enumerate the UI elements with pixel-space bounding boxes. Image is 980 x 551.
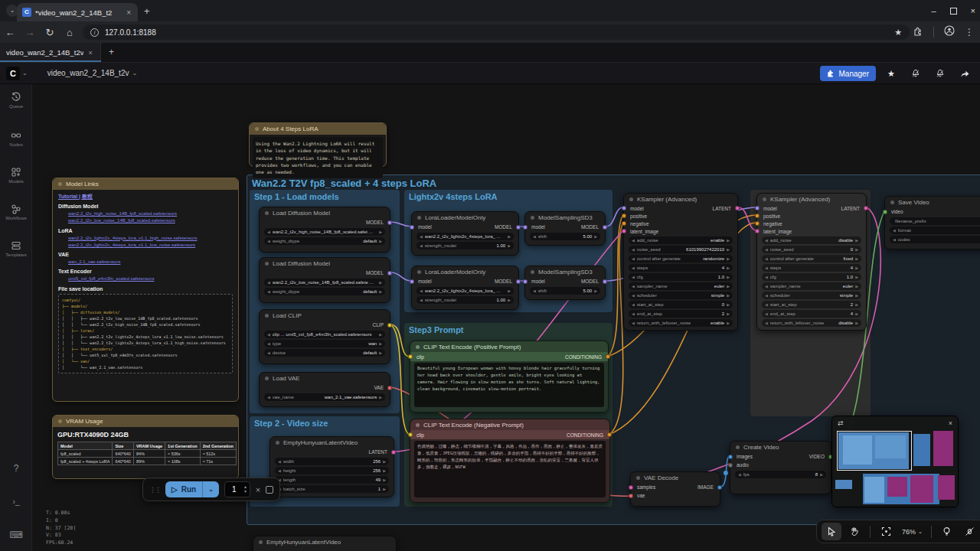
conditioning-output-port[interactable] — [607, 432, 612, 437]
prev-arrow-icon[interactable]: ◀ — [420, 298, 423, 302]
prev-arrow-icon[interactable]: ◀ — [267, 280, 270, 285]
conditioning-output-port[interactable] — [606, 354, 610, 359]
latent-output-port[interactable] — [735, 206, 740, 210]
widget-shift[interactable]: ◀shift5.00▶ — [530, 287, 600, 295]
next-arrow-icon[interactable]: ▶ — [855, 302, 858, 307]
widget-fps[interactable]: ◀fps8▶ — [735, 471, 826, 478]
next-arrow-icon[interactable]: ▶ — [727, 256, 730, 261]
logo-menu-caret-icon[interactable]: ⌄ — [22, 70, 28, 77]
widget-type[interactable]: ◀typewan▶ — [264, 340, 385, 347]
widget-cfg[interactable]: ◀cfg1.0▶ — [762, 273, 861, 281]
next-arrow-icon[interactable]: ▶ — [727, 284, 730, 289]
model-output-port[interactable] — [387, 220, 392, 225]
prev-arrow-icon[interactable]: ◀ — [267, 239, 270, 243]
next-arrow-icon[interactable]: ▶ — [508, 289, 511, 293]
model-link[interactable]: wan2.2_t2v_high_noise_14B_fp8_scaled.saf… — [68, 210, 233, 217]
next-arrow-icon[interactable]: ▶ — [727, 302, 730, 307]
node-empty-hunyuan-latent-video-2[interactable]: EmptyHunyuanLatentVideo — [253, 536, 397, 551]
model-input-port[interactable] — [755, 206, 760, 210]
latent-output-port[interactable] — [391, 450, 396, 455]
clip-output-port[interactable] — [387, 323, 392, 328]
model-input-port[interactable] — [410, 225, 414, 230]
run-options-caret-icon[interactable]: ⌄ — [203, 486, 219, 493]
audio-input-port[interactable] — [728, 463, 733, 468]
widget-steps[interactable]: ◀steps4▶ — [629, 264, 733, 272]
prev-arrow-icon[interactable]: ◀ — [420, 234, 423, 239]
prev-arrow-icon[interactable]: ◀ — [765, 238, 768, 243]
clip-input-port[interactable] — [408, 432, 413, 437]
prev-arrow-icon[interactable]: ◀ — [267, 341, 270, 346]
prev-arrow-icon[interactable]: ◀ — [765, 284, 768, 289]
next-arrow-icon[interactable]: ▶ — [855, 256, 858, 261]
widget-device[interactable]: ◀devicedefault▶ — [264, 349, 385, 357]
widget-control-after-generate[interactable]: ◀control after generatefixed▶ — [762, 255, 861, 262]
workflow-tab[interactable]: video_wan2_2_14B_t2v × — [0, 43, 101, 62]
widget-noise-seed[interactable]: ◀noise_seed0▶ — [762, 246, 861, 253]
widget-unet-name[interactable]: ◀wan2.2_t2v_low_noise_14B_fp8_scaled.saf… — [264, 279, 385, 286]
node-vae-decode[interactable]: VAE Decode samplesIMAGE vae — [630, 471, 720, 507]
widget-end-at-step[interactable]: ◀end_at_step2▶ — [629, 310, 733, 318]
close-button[interactable]: × — [971, 6, 975, 15]
next-arrow-icon[interactable]: ▶ — [855, 321, 858, 325]
prev-arrow-icon[interactable]: ◀ — [632, 266, 635, 270]
browser-menu-icon[interactable]: ⋮ — [965, 27, 974, 37]
next-arrow-icon[interactable]: ▶ — [727, 321, 730, 325]
prev-arrow-icon[interactable]: ◀ — [765, 266, 768, 270]
toggle-links-button[interactable] — [960, 523, 980, 540]
widget-control-after-generate[interactable]: ◀control after generaterandomize▶ — [629, 255, 733, 262]
video-input-port[interactable] — [883, 210, 887, 214]
node-model-sampling-sd3-low[interactable]: ModelSamplingSD3 modelMODEL ◀shift5.00▶ — [524, 266, 606, 300]
next-arrow-icon[interactable]: ▶ — [855, 266, 858, 270]
new-workflow-button[interactable]: + — [109, 47, 114, 57]
node-clip-text-encode-positive[interactable]: CLIP Text Encode (Positive Prompt) clipC… — [410, 341, 609, 412]
note-model-links[interactable]: Model Links Tutorial | 教程 Diffusion Mode… — [52, 178, 239, 402]
browser-tab[interactable]: C *video_wan2_2_14B_t2 × — [17, 3, 138, 21]
model-output-port[interactable] — [387, 271, 392, 276]
widget-sampler-name[interactable]: ◀sampler_nameeuler▶ — [629, 282, 733, 290]
extensions-icon[interactable] — [913, 25, 923, 39]
next-arrow-icon[interactable]: ▶ — [727, 311, 730, 316]
graph-canvas[interactable]: Wan2.2 T2V fp8_scaled + 4 steps LoRA Ste… — [32, 84, 980, 551]
prev-arrow-icon[interactable]: ◀ — [632, 311, 635, 316]
prev-arrow-icon[interactable]: ◀ — [533, 289, 536, 293]
node-ksampler-advanced-1[interactable]: KSampler (Advanced) modelLATENT positive… — [623, 193, 738, 331]
next-arrow-icon[interactable]: ▶ — [727, 275, 730, 279]
widget-unet-name[interactable]: ◀wan2.2_t2v_high_noise_14B_fp8_scaled.sa… — [264, 228, 385, 236]
batch-count-value[interactable]: 1 — [225, 485, 243, 494]
workflow-name[interactable]: video_wan2_2_14B_t2v — [47, 69, 129, 77]
next-arrow-icon[interactable]: ▶ — [820, 472, 823, 477]
next-arrow-icon[interactable]: ▶ — [383, 487, 386, 491]
shortcuts-button[interactable]: ⌨ — [0, 530, 32, 540]
prev-arrow-icon[interactable]: ◀ — [278, 459, 281, 464]
prev-arrow-icon[interactable]: ◀ — [632, 247, 635, 252]
prev-arrow-icon[interactable]: ◀ — [765, 293, 768, 298]
next-arrow-icon[interactable]: ▶ — [508, 243, 511, 248]
new-tab-button[interactable]: + — [144, 5, 150, 17]
prev-arrow-icon[interactable]: ◀ — [632, 256, 635, 261]
url-text[interactable]: 127.0.0.1:8188 — [105, 28, 156, 37]
widget-scheduler[interactable]: ◀schedulersimple▶ — [629, 292, 733, 299]
model-link[interactable]: wan2.2_t2v_low_noise_14B_fp8_scaled.safe… — [68, 217, 233, 224]
widget-clip-name[interactable]: ◀clip ... umt5_xxl_fp8_e4m3fn_scaled.saf… — [264, 331, 385, 338]
next-arrow-icon[interactable]: ▶ — [379, 332, 382, 337]
fit-view-button[interactable] — [876, 523, 896, 540]
widget-batch-size[interactable]: ◀batch_size1▶ — [275, 485, 389, 493]
prev-arrow-icon[interactable]: ◀ — [267, 230, 270, 234]
node-create-video[interactable]: Create Video imagesVIDEO audio ◀fps8▶ — [730, 441, 831, 494]
widget-steps[interactable]: ◀steps4▶ — [762, 264, 861, 272]
samples-input-port[interactable] — [629, 485, 633, 490]
node-empty-hunyuan-latent-video[interactable]: EmptyHunyuanLatentVideo LATENT ◀width256… — [270, 436, 394, 497]
bookmark-star-icon[interactable]: ★ — [894, 28, 902, 37]
widget-noise-seed[interactable]: ◀noise_seed610199027422010▶ — [629, 246, 733, 253]
next-arrow-icon[interactable]: ▶ — [727, 238, 730, 243]
node-load-vae[interactable]: Load VAE VAE ◀vae_namewan_2.1_vae.safete… — [259, 372, 390, 407]
positive-prompt-text[interactable]: Beautiful young European woman with hone… — [414, 363, 604, 407]
note-about-text[interactable]: Using the Wan2.2 Lightning LoRA will res… — [253, 137, 383, 178]
prev-arrow-icon[interactable]: ◀ — [632, 284, 635, 289]
next-arrow-icon[interactable]: ▶ — [379, 280, 382, 285]
model-input-port[interactable] — [523, 225, 528, 230]
minimap-viewport-area[interactable] — [832, 429, 958, 507]
manager-button[interactable]: Manager — [820, 66, 876, 81]
notification-bell-icon[interactable] — [906, 66, 925, 81]
vae-input-port[interactable] — [629, 494, 633, 498]
